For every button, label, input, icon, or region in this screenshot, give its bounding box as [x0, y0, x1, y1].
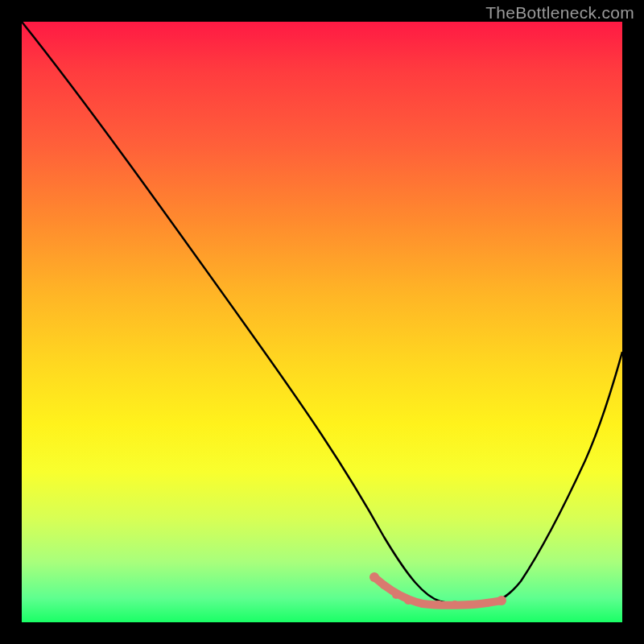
watermark-text: TheBottleneck.com — [485, 3, 634, 23]
chart-svg — [22, 22, 622, 622]
optimal-range-marker — [369, 572, 506, 609]
bottleneck-curve-line — [22, 22, 622, 605]
chart-container: TheBottleneck.com — [0, 0, 644, 644]
plot-area — [22, 22, 622, 622]
